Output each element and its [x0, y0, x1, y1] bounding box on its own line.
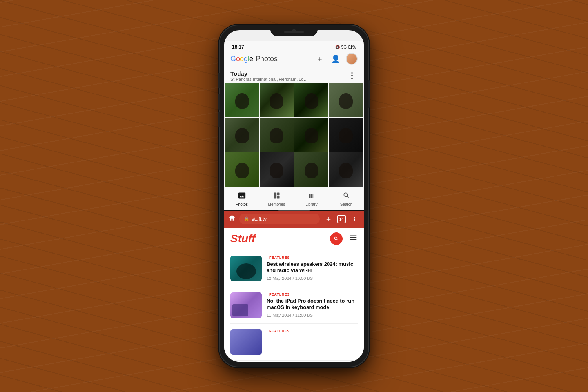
- nav-item-search[interactable]: Search: [329, 190, 364, 208]
- photo-cell[interactable]: [329, 118, 363, 152]
- more-options-button[interactable]: [347, 70, 358, 81]
- article-meta: FEATURES: [267, 329, 358, 335]
- article-date: 11 May 2024 / 11:00 BST: [267, 313, 358, 318]
- browser-url-bar[interactable]: 🔒 stuff.tv: [239, 214, 320, 224]
- nav-item-memories[interactable]: Memories: [259, 190, 294, 208]
- article-thumbnail: [230, 329, 262, 355]
- user-avatar[interactable]: [346, 53, 358, 65]
- article-meta: FEATURES No, the iPad Pro doesn't need t…: [267, 292, 358, 318]
- signal-icon: 5G: [341, 45, 347, 49]
- nav-label-library: Library: [305, 202, 318, 207]
- status-time: 18:17: [232, 44, 244, 50]
- photo-cell[interactable]: [294, 118, 328, 152]
- photos-nav-icon: [238, 192, 246, 201]
- photo-cell[interactable]: [225, 118, 259, 152]
- svg-rect-0: [274, 192, 276, 198]
- article-thumbnail: [230, 256, 262, 281]
- article-date: 12 May 2024 / 10:00 BST: [267, 276, 358, 281]
- search-nav-icon: [343, 192, 350, 201]
- photos-wordmark: Photos: [256, 55, 278, 63]
- today-info: Today St Pancras International, Hersham,…: [230, 70, 347, 82]
- nav-item-photos[interactable]: Photos: [224, 190, 259, 208]
- security-lock-icon: 🔒: [244, 216, 249, 221]
- today-label: Today: [230, 70, 347, 77]
- phone-device: 18:17 🔇 5G 61% G o: [220, 25, 368, 367]
- photo-cell[interactable]: [260, 118, 294, 152]
- speaker-grille: [284, 31, 304, 33]
- share-button[interactable]: 👤: [330, 53, 341, 64]
- article-card[interactable]: FEATURES Best wireless speakers 2024: mu…: [230, 250, 358, 287]
- article-category: FEATURES: [267, 329, 358, 333]
- photo-grid: [224, 83, 364, 187]
- article-meta: FEATURES Best wireless speakers 2024: mu…: [267, 256, 358, 281]
- stuff-menu-icon[interactable]: [349, 233, 358, 244]
- article-category: FEATURES: [267, 292, 358, 296]
- photos-bottom-nav: Photos Memories Library: [224, 187, 364, 210]
- browser-actions: 14: [323, 214, 360, 225]
- phone-body: 18:17 🔇 5G 61% G o: [220, 25, 368, 367]
- article-title: No, the iPad Pro doesn't need to run mac…: [267, 298, 358, 311]
- browser-tabs-count[interactable]: 14: [337, 215, 346, 223]
- browser-more-button[interactable]: [349, 214, 360, 225]
- svg-rect-1: [277, 192, 279, 195]
- memories-nav-icon: [273, 192, 281, 201]
- svg-rect-2: [277, 196, 279, 198]
- silent-icon: 🔇: [335, 45, 340, 49]
- photo-cell[interactable]: [260, 83, 294, 117]
- library-nav-icon: [308, 192, 316, 201]
- status-icons: 🔇 5G 61%: [335, 45, 356, 49]
- article-card[interactable]: FEATURES: [230, 324, 358, 361]
- stuff-search-icon[interactable]: [330, 232, 343, 245]
- photo-cell[interactable]: [260, 152, 294, 187]
- photos-header: G o o g l e Photos ＋ 👤: [224, 50, 364, 68]
- nav-label-photos: Photos: [236, 202, 248, 207]
- photo-cell[interactable]: [294, 152, 328, 187]
- stuff-logo: Stuff: [230, 232, 255, 245]
- photo-cell[interactable]: [329, 152, 363, 187]
- photo-cell[interactable]: [294, 83, 328, 117]
- photo-cell[interactable]: [225, 83, 259, 117]
- today-subtitle: St Pancras International, Hersham, Londo…: [230, 77, 309, 82]
- battery-icon: 61%: [348, 45, 356, 49]
- photo-cell[interactable]: [329, 83, 363, 117]
- article-card[interactable]: FEATURES No, the iPad Pro doesn't need t…: [230, 287, 358, 324]
- photo-cell[interactable]: [225, 152, 259, 187]
- nav-item-library[interactable]: Library: [294, 190, 329, 208]
- browser-app: 🔒 stuff.tv 14: [224, 211, 364, 362]
- articles-list: FEATURES Best wireless speakers 2024: mu…: [224, 250, 364, 361]
- url-text: stuff.tv: [252, 216, 267, 222]
- google-wordmark: G o o g l e: [230, 55, 253, 63]
- browser-add-button[interactable]: [323, 214, 334, 225]
- google-photos-app: G o o g l e Photos ＋ 👤: [224, 50, 364, 210]
- article-thumbnail: [230, 292, 262, 318]
- stuff-header-icons: [330, 232, 358, 245]
- browser-home-button[interactable]: [228, 214, 236, 224]
- phone-notch: [270, 25, 318, 36]
- phone-screen: 18:17 🔇 5G 61% G o: [224, 30, 364, 362]
- article-title: Best wireless speakers 2024: music and r…: [267, 261, 358, 274]
- nav-label-search: Search: [340, 202, 353, 207]
- stuff-site-header: Stuff: [224, 228, 364, 250]
- browser-toolbar: 🔒 stuff.tv 14: [224, 211, 364, 228]
- status-bar: 18:17 🔇 5G 61%: [224, 41, 364, 50]
- photos-header-actions: ＋ 👤: [314, 53, 358, 65]
- home-indicator: [224, 361, 364, 362]
- google-photos-logo: G o o g l e Photos: [230, 55, 278, 63]
- nav-label-memories: Memories: [268, 202, 285, 207]
- today-header: Today St Pancras International, Hersham,…: [224, 68, 364, 83]
- article-category: FEATURES: [267, 256, 358, 260]
- add-button[interactable]: ＋: [314, 53, 325, 64]
